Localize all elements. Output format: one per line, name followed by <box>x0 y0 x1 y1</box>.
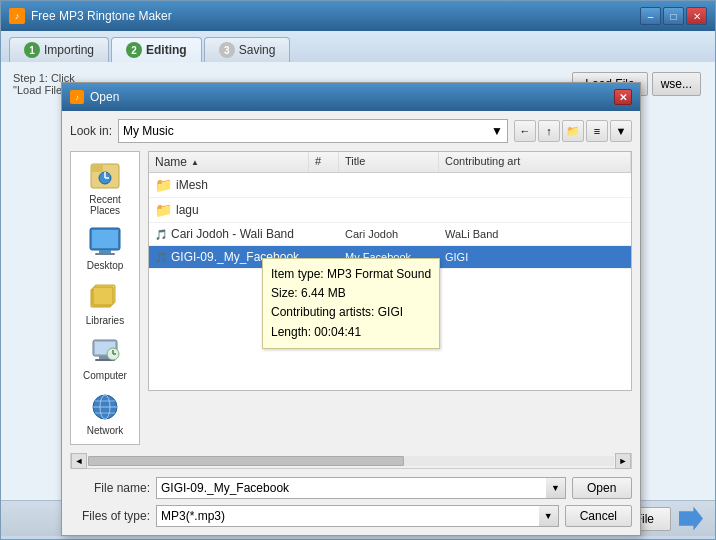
filename-dropdown[interactable]: ▼ <box>546 477 566 499</box>
tab-label-importing: Importing <box>44 43 94 57</box>
filename-input[interactable] <box>156 477 566 499</box>
file-num-imesh <box>309 183 339 187</box>
svg-rect-11 <box>93 287 113 305</box>
cancel-button[interactable]: Cancel <box>565 505 632 527</box>
open-button[interactable]: Open <box>572 477 632 499</box>
tooltip-line4: Length: 00:04:41 <box>271 323 431 342</box>
recent-places-icon <box>89 160 121 192</box>
computer-icon <box>89 336 121 368</box>
filetype-input-wrap: ▼ <box>156 505 559 527</box>
file-artist-cari: WaLi Band <box>439 226 631 242</box>
toolbar-icons: ← ↑ 📁 ≡ ▼ <box>514 120 632 142</box>
up-button[interactable]: ↑ <box>538 120 560 142</box>
filetype-input[interactable] <box>156 505 559 527</box>
network-icon <box>89 391 121 423</box>
files-header: Name ▲ # Title Contributing art <box>149 152 631 173</box>
title-bar: ♪ Free MP3 Ringtone Maker – □ ✕ <box>1 1 715 31</box>
tooltip-line3: Contributing artists: GIGI <box>271 303 431 322</box>
dialog-icon: ♪ <box>70 90 84 104</box>
desktop-label: Desktop <box>87 260 124 271</box>
views-button[interactable]: ≡ <box>586 120 608 142</box>
filetype-dropdown[interactable]: ▼ <box>539 505 559 527</box>
svg-rect-1 <box>91 164 103 172</box>
minimize-button[interactable]: – <box>640 7 661 25</box>
close-button[interactable]: ✕ <box>686 7 707 25</box>
file-name-imesh: 📁 iMesh <box>149 175 309 195</box>
filename-input-wrap: ▼ <box>156 477 566 499</box>
col-title[interactable]: Title <box>339 152 439 172</box>
app-title: Free MP3 Ringtone Maker <box>31 9 172 23</box>
content-area: Step 1: Click "Load File" on Load File w… <box>1 62 715 536</box>
folder-icon: 📁 <box>155 177 172 193</box>
place-network[interactable]: Network <box>73 387 137 440</box>
col-name[interactable]: Name ▲ <box>149 152 309 172</box>
mp3-icon-gigi: 🎵 <box>155 252 167 263</box>
scroll-right-button[interactable]: ► <box>615 453 631 469</box>
svg-rect-6 <box>92 230 118 248</box>
filetype-label: Files of type: <box>70 509 150 523</box>
tab-num-2: 2 <box>126 42 142 58</box>
tooltip-line1: Item type: MP3 Format Sound <box>271 265 431 284</box>
file-row-lagu[interactable]: 📁 lagu <box>149 198 631 223</box>
file-row-cari-jodoh[interactable]: 🎵 Cari Jodoh - Wali Band Cari Jodoh WaLi… <box>149 223 631 246</box>
back-button[interactable]: ← <box>514 120 536 142</box>
file-artist-lagu <box>439 208 631 212</box>
dialog-bottom: File name: ▼ Open Files of type: ▼ <box>70 477 632 527</box>
tab-num-1: 1 <box>24 42 40 58</box>
views-dropdown-button[interactable]: ▼ <box>610 120 632 142</box>
main-window: ♪ Free MP3 Ringtone Maker – □ ✕ 1 Import… <box>0 0 716 540</box>
tabs-bar: 1 Importing 2 Editing 3 Saving <box>1 31 715 62</box>
dialog-title-bar: ♪ Open ✕ <box>62 83 640 111</box>
filename-label: File name: <box>70 481 150 495</box>
file-title-cari: Cari Jodoh <box>339 226 439 242</box>
place-computer[interactable]: Computer <box>73 332 137 385</box>
tooltip-line2: Size: 6.44 MB <box>271 284 431 303</box>
new-folder-button[interactable]: 📁 <box>562 120 584 142</box>
look-in-dropdown-icon: ▼ <box>491 124 503 138</box>
filetype-row: Files of type: ▼ Cancel <box>70 505 632 527</box>
look-in-select[interactable]: My Music ▼ <box>118 119 508 143</box>
look-in-label: Look in: <box>70 124 112 138</box>
next-arrow-button[interactable] <box>679 507 703 531</box>
tab-saving[interactable]: 3 Saving <box>204 37 291 62</box>
desktop-icon <box>89 226 121 258</box>
title-controls: – □ ✕ <box>640 7 707 25</box>
libraries-icon <box>89 281 121 313</box>
tab-importing[interactable]: 1 Importing <box>9 37 109 62</box>
look-in-row: Look in: My Music ▼ ← ↑ 📁 ≡ ▼ <box>70 119 632 143</box>
svg-rect-8 <box>95 253 115 255</box>
look-in-value: My Music <box>123 124 174 138</box>
app-icon: ♪ <box>9 8 25 24</box>
tab-num-3: 3 <box>219 42 235 58</box>
scroll-track[interactable] <box>88 456 614 466</box>
file-artist-gigi: GIGI <box>439 249 631 265</box>
mp3-icon-cari: 🎵 <box>155 229 167 240</box>
dialog-close-button[interactable]: ✕ <box>614 89 632 105</box>
scroll-thumb[interactable] <box>88 456 404 466</box>
file-tooltip: Item type: MP3 Format Sound Size: 6.44 M… <box>262 258 440 349</box>
file-name-cari: 🎵 Cari Jodoh - Wali Band <box>149 225 309 243</box>
col-num[interactable]: # <box>309 152 339 172</box>
horizontal-scrollbar[interactable]: ◄ ► <box>70 453 632 469</box>
folder-icon-lagu: 📁 <box>155 202 172 218</box>
file-artist-imesh <box>439 183 631 187</box>
scroll-left-button[interactable]: ◄ <box>71 453 87 469</box>
libraries-label: Libraries <box>86 315 124 326</box>
tab-label-saving: Saving <box>239 43 276 57</box>
file-num-cari <box>309 232 339 236</box>
browse-button[interactable]: wse... <box>652 72 701 96</box>
place-recent[interactable]: Recent Places <box>73 156 137 220</box>
file-row-imesh[interactable]: 📁 iMesh <box>149 173 631 198</box>
computer-label: Computer <box>83 370 127 381</box>
place-desktop[interactable]: Desktop <box>73 222 137 275</box>
open-dialog: ♪ Open ✕ Look in: My Music ▼ ← ↑ 📁 <box>61 82 641 536</box>
file-title-lagu <box>339 208 439 212</box>
file-num-lagu <box>309 208 339 212</box>
maximize-button[interactable]: □ <box>663 7 684 25</box>
place-libraries[interactable]: Libraries <box>73 277 137 330</box>
dialog-body: Look in: My Music ▼ ← ↑ 📁 ≡ ▼ <box>62 111 640 535</box>
network-label: Network <box>87 425 124 436</box>
tab-editing[interactable]: 2 Editing <box>111 37 202 62</box>
recent-places-label: Recent Places <box>77 194 133 216</box>
col-artist[interactable]: Contributing art <box>439 152 631 172</box>
